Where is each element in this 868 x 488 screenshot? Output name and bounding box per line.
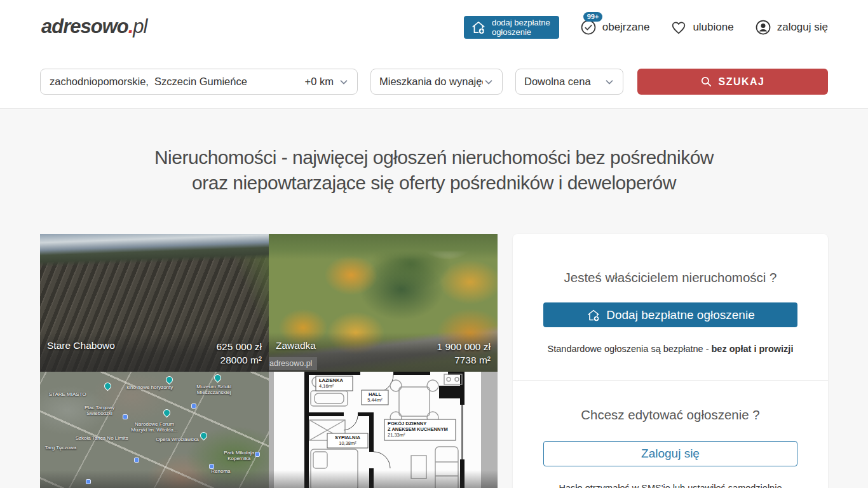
listing-tile-zacharzyce[interactable]: ŁAZIENKA 4,16m² HALL 5,44m² POKÓJ DZIENN… bbox=[269, 372, 498, 488]
location-input[interactable] bbox=[50, 76, 305, 88]
chevron-down-icon bbox=[604, 76, 615, 88]
map-pin-icon bbox=[165, 374, 175, 384]
heart-icon bbox=[670, 18, 688, 36]
map-label: Szkoła Tańca No Limits bbox=[76, 435, 128, 441]
map-transit-icon bbox=[255, 452, 260, 457]
edit-heading: Chcesz edytować ogłoszenie ? bbox=[543, 407, 797, 423]
category-value: Mieszkania do wynajęcia bbox=[379, 76, 483, 88]
listing-price-area: 1 900 000 zł7738 m² bbox=[437, 340, 491, 367]
map-label: STARE MIASTO bbox=[49, 391, 86, 396]
listing-tile-zawadka[interactable]: adresowo.pl Zawadka 1 900 000 zł7738 m² bbox=[269, 234, 498, 372]
search-button[interactable]: SZUKAJ bbox=[637, 69, 828, 95]
map-label: Renoma bbox=[211, 468, 230, 474]
owner-panel: Jesteś właścicielem nieruchomości ? Doda… bbox=[513, 234, 828, 488]
map-label: Plac Targowy Świebodzki bbox=[73, 405, 126, 416]
svg-text:ŁAZIENKA: ŁAZIENKA bbox=[319, 377, 343, 383]
map-transit-icon bbox=[191, 403, 196, 409]
map-label: Opera Wrocławska bbox=[156, 437, 198, 442]
favorites-label: ulubione bbox=[693, 21, 733, 34]
map-transit-icon bbox=[209, 464, 214, 469]
listing-tile-stare-chabowo[interactable]: Stare Chabowo 625 000 zł28000 m² bbox=[40, 234, 269, 372]
search-button-label: SZUKAJ bbox=[718, 76, 764, 88]
logo-tld: pl bbox=[133, 15, 147, 37]
owner-heading: Jesteś właścicielem nieruchomości ? bbox=[543, 270, 797, 285]
viewed-count-badge: 99+ bbox=[583, 12, 603, 22]
category-select[interactable]: Mieszkania do wynajęcia bbox=[370, 69, 503, 95]
top-header: adresowo.pl dodaj bezpłatneogłoszenie 99… bbox=[0, 0, 868, 55]
listing-tile-wroclaw[interactable]: STARE MIASTO kino nowe horyzonty Muzeum … bbox=[40, 372, 269, 488]
add-listing-button[interactable]: dodaj bezpłatneogłoszenie bbox=[464, 16, 559, 39]
main-content: Nieruchomości - najwięcej ogłoszeń nieru… bbox=[0, 109, 868, 488]
svg-text:HALL: HALL bbox=[369, 391, 381, 397]
viewed-label: obejrzane bbox=[602, 21, 650, 34]
login-button[interactable]: Zaloguj się bbox=[543, 441, 797, 466]
map-label: Narodowe Forum Muzyki im. Witolda... bbox=[128, 421, 181, 433]
login-label: zaloguj się bbox=[777, 21, 828, 34]
map-label: Targ Tęczowa bbox=[45, 445, 77, 451]
user-circle-icon bbox=[754, 18, 772, 36]
svg-text:POKÓJ DZIENNY: POKÓJ DZIENNY bbox=[388, 421, 426, 426]
owner-section: Jesteś właścicielem nieruchomości ? Doda… bbox=[513, 234, 828, 354]
login-link[interactable]: zaloguj się bbox=[754, 18, 828, 36]
price-value: Dowolna cena bbox=[524, 76, 591, 88]
svg-text:5,44m²: 5,44m² bbox=[367, 397, 383, 403]
map-pin-icon bbox=[103, 381, 113, 391]
map-pin-icon bbox=[162, 407, 172, 417]
svg-text:10,38m²: 10,38m² bbox=[339, 440, 356, 446]
search-bar: +0 km Mieszkania do wynajęcia Dowolna ce… bbox=[0, 55, 868, 109]
svg-text:Z ANEKSEM KUCHENNYM: Z ANEKSEM KUCHENNYM bbox=[388, 426, 448, 432]
floor-plan-image: ŁAZIENKA 4,16m² HALL 5,44m² POKÓJ DZIENN… bbox=[269, 372, 498, 488]
page-title: Nieruchomości - najwięcej ogłoszeń nieru… bbox=[0, 109, 868, 196]
map-label: kino nowe horyzonty bbox=[126, 384, 173, 390]
map-pin-icon bbox=[212, 373, 222, 383]
header-actions: dodaj bezpłatneogłoszenie 99+ obejrzane … bbox=[464, 16, 828, 39]
map-label: Muzeum Sztuki Mieszczańskiej bbox=[187, 384, 241, 395]
add-free-listing-label: Dodaj bezpłatne ogłoszenie bbox=[606, 308, 754, 322]
svg-text:4,16m²: 4,16m² bbox=[319, 383, 334, 389]
favorites-link[interactable]: ulubione bbox=[670, 18, 733, 36]
listing-grid: Stare Chabowo 625 000 zł28000 m² adresow… bbox=[40, 234, 498, 488]
svg-text:SYPIALNIA: SYPIALNIA bbox=[335, 435, 361, 440]
add-listing-label: dodaj bezpłatneogłoszenie bbox=[492, 18, 550, 37]
map-transit-icon bbox=[123, 414, 128, 419]
edit-section: Chcesz edytować ogłoszenie ? Zaloguj się… bbox=[513, 381, 828, 488]
search-icon bbox=[700, 76, 712, 88]
radius-select[interactable]: +0 km bbox=[305, 76, 349, 88]
listing-price-area: 625 000 zł28000 m² bbox=[216, 340, 262, 367]
location-field[interactable]: +0 km bbox=[40, 69, 358, 95]
edit-note: Hasło otrzymałeś w SMS'ie lub ustawiłeś … bbox=[543, 483, 797, 488]
viewed-link[interactable]: 99+ obejrzane bbox=[580, 18, 650, 36]
map-pin-icon bbox=[199, 431, 209, 441]
listing-name: Stare Chabowo bbox=[47, 340, 115, 351]
house-add-icon bbox=[470, 19, 487, 36]
add-free-listing-button[interactable]: Dodaj bezpłatne ogłoszenie bbox=[543, 302, 797, 327]
map-transit-icon bbox=[86, 479, 91, 484]
price-select[interactable]: Dowolna cena bbox=[515, 69, 623, 95]
chevron-down-icon bbox=[338, 76, 349, 88]
map-transit-icon bbox=[134, 458, 139, 463]
chevron-down-icon bbox=[483, 76, 494, 88]
house-add-icon bbox=[586, 308, 601, 323]
svg-text:21,33m²: 21,33m² bbox=[388, 432, 405, 438]
radius-value: +0 km bbox=[305, 76, 334, 88]
logo-text: adresowo bbox=[41, 15, 128, 37]
site-logo[interactable]: adresowo.pl bbox=[41, 15, 147, 38]
owner-note: Standardowe ogłoszenia są bezpłatne - be… bbox=[543, 344, 797, 354]
listing-name: Zawadka bbox=[276, 340, 316, 351]
